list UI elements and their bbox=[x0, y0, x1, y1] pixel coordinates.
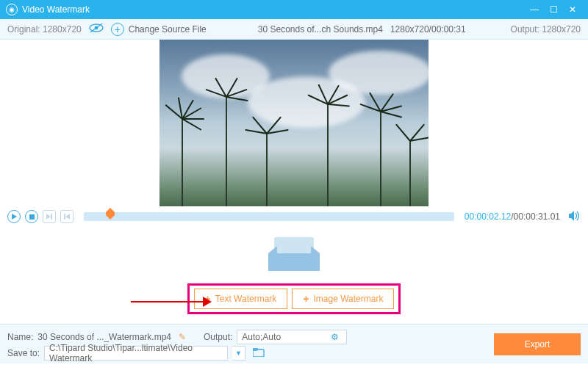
output-label: Output: bbox=[204, 332, 232, 342]
playback-controls: 00:00:02.12/00:00:31.01 bbox=[0, 206, 588, 227]
svg-rect-6 bbox=[51, 214, 52, 220]
image-watermark-button[interactable]: +Image Watermark bbox=[292, 289, 394, 309]
annotation-arrow bbox=[131, 294, 212, 309]
saveto-label: Save to: bbox=[7, 348, 40, 358]
app-logo-icon: ◉ bbox=[6, 4, 18, 15]
output-field[interactable]: Auto;Auto ⚙ bbox=[237, 330, 347, 344]
plus-icon: + bbox=[303, 293, 309, 305]
maximize-button[interactable]: ☐ bbox=[544, 0, 563, 19]
source-filename: 30 Seconds of...ch Sounds.mp4 bbox=[258, 24, 383, 35]
svg-marker-8 bbox=[65, 214, 70, 220]
play-button[interactable] bbox=[7, 210, 21, 223]
gear-icon[interactable]: ⚙ bbox=[331, 332, 342, 342]
saveto-dropdown-icon[interactable]: ▼ bbox=[232, 346, 245, 361]
saveto-value: C:\Tipard Studio\Tipar...ltimate\Video W… bbox=[49, 343, 223, 363]
watermark-buttons-highlight: +Text Watermark +Image Watermark bbox=[187, 283, 401, 314]
titlebar: ◉ Video Watermark ― ☐ ✕ bbox=[0, 0, 588, 19]
mark-out-button[interactable] bbox=[60, 210, 74, 223]
close-button[interactable]: ✕ bbox=[563, 0, 582, 19]
svg-marker-3 bbox=[12, 214, 17, 220]
info-bar: Original: 1280x720 + Change Source File … bbox=[0, 19, 588, 40]
text-watermark-label: Text Watermark bbox=[215, 294, 277, 304]
output-value: Auto;Auto bbox=[242, 332, 281, 342]
bottom-bar: Name: 30 Seconds of ..._Watermark.mp4 ✎ … bbox=[0, 324, 588, 363]
time-display: 00:00:02.12/00:00:31.01 bbox=[465, 211, 560, 222]
playhead-icon[interactable] bbox=[106, 208, 115, 222]
change-source-label: Change Source File bbox=[129, 24, 207, 35]
current-time: 00:00:02.12 bbox=[465, 211, 511, 222]
svg-marker-5 bbox=[46, 214, 51, 220]
output-resolution: Output: 1280x720 bbox=[511, 24, 581, 35]
app-title: Video Watermark bbox=[22, 4, 525, 15]
saveto-field[interactable]: C:\Tipard Studio\Tipar...ltimate\Video W… bbox=[44, 346, 228, 361]
svg-rect-7 bbox=[64, 214, 65, 220]
export-button[interactable]: Export bbox=[494, 333, 581, 355]
original-resolution: Original: 1280x720 bbox=[7, 24, 82, 35]
export-label: Export bbox=[525, 339, 551, 349]
svg-rect-4 bbox=[29, 214, 35, 220]
stop-button[interactable] bbox=[25, 210, 38, 223]
mark-in-button[interactable] bbox=[43, 210, 56, 223]
image-watermark-label: Image Watermark bbox=[314, 294, 384, 304]
timeline-track[interactable] bbox=[84, 212, 454, 221]
open-folder-icon[interactable] bbox=[253, 348, 265, 359]
video-frame[interactable] bbox=[159, 40, 429, 206]
source-resolution-duration: 1280x720/00:00:31 bbox=[390, 24, 466, 35]
minimize-button[interactable]: ― bbox=[525, 0, 544, 19]
plus-icon: + bbox=[111, 23, 124, 36]
video-preview-area bbox=[0, 40, 588, 206]
preview-toggle-icon[interactable] bbox=[89, 23, 104, 35]
name-value: 30 Seconds of ..._Watermark.mp4 bbox=[37, 332, 171, 342]
watermark-tray: +Text Watermark +Image Watermark bbox=[0, 227, 588, 324]
name-label: Name: bbox=[7, 332, 33, 342]
change-source-button[interactable]: + Change Source File bbox=[111, 23, 207, 36]
edit-name-icon[interactable]: ✎ bbox=[179, 332, 186, 342]
svg-marker-9 bbox=[106, 208, 115, 220]
volume-icon[interactable] bbox=[569, 211, 581, 223]
total-time: /00:00:31.01 bbox=[511, 211, 560, 222]
svg-marker-10 bbox=[569, 211, 574, 221]
inbox-icon bbox=[268, 237, 320, 270]
